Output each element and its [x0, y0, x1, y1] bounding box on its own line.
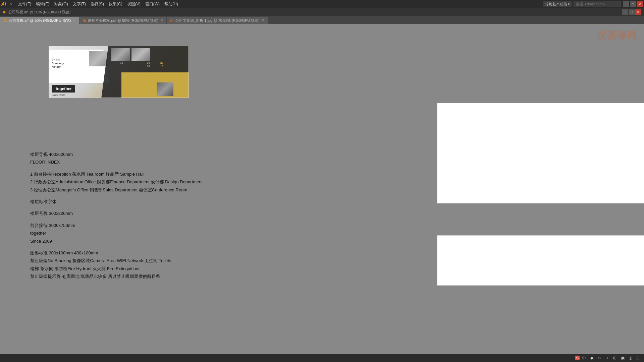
design-year-2017: 2017	[147, 75, 150, 81]
tab-3-close[interactable]: ✕	[262, 19, 264, 22]
title-text: Ai 公司导视.ai* @ 50% (RGB/GPU 预览)	[3, 10, 70, 15]
sougou-icon: S	[575, 356, 580, 360]
home-icon[interactable]: ⌂	[8, 1, 13, 7]
design-background: 公司历程 Company history 2020 2016 2015	[49, 46, 189, 98]
document-title: 公司导视.ai* @ 50% (RGB/GPU 预览)	[8, 10, 70, 15]
tab-1-close[interactable]: ✕	[73, 19, 75, 22]
status-bar: S 中 ◆ ☺ ♪ ⊞ ▣ ◫ ⊡	[0, 354, 644, 362]
design-gold-section	[121, 72, 189, 98]
design-photo-2	[111, 48, 130, 61]
title-bar: Ai 公司导视.ai* @ 50% (RGB/GPU 预览) － □ ✕	[0, 8, 644, 16]
floor-2-text: 2 行政办公室Administration Office 财务部Finance …	[30, 178, 203, 186]
title-maximize-btn[interactable]: □	[629, 9, 635, 15]
design-together-label: together	[52, 85, 75, 93]
settings-icon[interactable]: ▣	[619, 355, 626, 361]
since-label: Since 2009	[30, 237, 203, 245]
close-btn[interactable]: ✕	[637, 1, 643, 7]
floor-guide-title: 楼层导视 400x600mm	[30, 150, 203, 158]
menu-edit[interactable]: 编辑(E)	[34, 1, 51, 8]
signs-line3: 禁止吸烟提示牌 仓库重地 纸质品比较多 所以禁止吸烟要做的醒目些	[30, 273, 203, 280]
title-minimize-btn[interactable]: －	[622, 9, 628, 15]
tab-3-label: 公司文化墙_面板 1.jpg @ 70.59% (RGB/GPU 预览)	[175, 18, 260, 23]
menu-text[interactable]: 文字(T)	[71, 1, 88, 8]
floor-font-std: 楼层标准字体	[30, 198, 203, 205]
design-company-text: 公司历程 Company history	[52, 58, 64, 69]
menu-bar: Ai ⌂ 文件(F) 编辑(E) 对象(O) 文字(T) 选择(S) 效果(C)…	[0, 0, 644, 8]
ai-logo: Ai	[1, 1, 6, 7]
floor-3-text: 3 经理办公室Manager's Office 销售部Sales Departm…	[30, 186, 203, 194]
reception-size: 前台接待 3000x750mm	[30, 222, 203, 229]
menu-file[interactable]: 文件(F)	[16, 1, 33, 8]
design-year-2019: 2019	[160, 61, 163, 68]
menu-help[interactable]: 帮助(H)	[162, 1, 180, 8]
right-panel-bottom	[437, 235, 644, 286]
together-label: together	[30, 229, 203, 237]
title-window-controls: － □ ✕	[622, 9, 641, 15]
signs-line1: 禁止吸烟No Smoking 摄像区域Camera Area WIFI Netw…	[30, 257, 203, 264]
keyboard-icon[interactable]: ⊞	[611, 355, 618, 361]
floor-sign-size: 楼层号牌 300x300mm	[30, 209, 203, 217]
search-input[interactable]	[574, 1, 621, 7]
minimize-btn[interactable]: －	[623, 1, 629, 7]
tab-2-close[interactable]: ✕	[160, 19, 163, 22]
maximize-btn[interactable]: □	[630, 1, 636, 7]
traditional-btn[interactable]: 传统基本功能 ▾	[543, 1, 572, 7]
chinese-input-icon[interactable]: 中	[581, 355, 587, 361]
tab-3[interactable]: Ai 公司文化墙_面板 1.jpg @ 70.59% (RGB/GPU 预览) …	[167, 17, 268, 24]
tab-1-label: 公司导视.ai* @ 50% (RGB/GPU 预览)	[9, 18, 71, 23]
canvas-area: 公司历程 Company history 2020 2016 2015	[0, 24, 644, 362]
signs-line2: 楼梯 茶水间 消防栓Fire Hydrant 灭火器 Fire Extingui…	[30, 265, 203, 273]
tab-2-label: 课程片头模板.pdf @ 50% (RGB/GPU 预览)	[88, 18, 158, 23]
watermark: 优质课网	[597, 29, 637, 42]
emoji-icon[interactable]: ☺	[596, 355, 603, 361]
voice-icon[interactable]: ◆	[588, 355, 595, 361]
design-year-2020: 2020	[108, 49, 111, 55]
menu-select[interactable]: 选择(S)	[89, 1, 106, 8]
design-since-label: since 2009	[52, 94, 65, 97]
preview-inner: 公司历程 Company history 2020 2016 2015	[49, 46, 189, 98]
design-year-2018: 2018	[147, 61, 150, 68]
design-preview: 公司历程 Company history 2020 2016 2015	[49, 46, 189, 98]
floor-index-en: FLOOR INDEX	[30, 158, 203, 166]
tab-2[interactable]: Ai 课程片头模板.pdf @ 50% (RGB/GPU 预览) ✕	[79, 17, 167, 24]
menu-effect[interactable]: 效果(C)	[107, 1, 124, 8]
tab-bar: Ai 公司导视.ai* @ 50% (RGB/GPU 预览) ✕ Ai 课程片头…	[0, 16, 644, 24]
design-photo-3	[131, 48, 150, 61]
menu-view[interactable]: 视图(V)	[125, 1, 143, 8]
title-close-btn[interactable]: ✕	[635, 9, 641, 15]
design-year-2016: 2016	[108, 58, 111, 64]
tab-1[interactable]: Ai 公司导视.ai* @ 50% (RGB/GPU 预览) ✕	[0, 17, 79, 24]
graphic-std-title: 图形标准 300x100mm 400x100mm	[30, 249, 203, 257]
window-controls: － □ ✕	[623, 1, 643, 7]
text-content: 楼层导视 400x600mm FLOOR INDEX 1 前台接待Recepti…	[30, 150, 203, 280]
status-icons: S 中 ◆ ☺ ♪ ⊞ ▣ ◫ ⊡	[575, 355, 641, 361]
design-arrow: —	[103, 60, 107, 65]
options-icon[interactable]: ⊡	[635, 355, 641, 361]
ai-icon-small: Ai	[3, 10, 6, 14]
right-panel	[437, 103, 644, 203]
menu-window[interactable]: 窗口(W)	[143, 1, 162, 8]
design-photo-4	[157, 82, 173, 96]
floor-1-text: 1 前台接待Reception 茶水间 Tea room 样品厅 Sample …	[30, 170, 203, 178]
mic-icon[interactable]: ♪	[604, 355, 610, 361]
right-section: 传统基本功能 ▾ － □ ✕	[543, 0, 644, 8]
layout-icon[interactable]: ◫	[627, 355, 634, 361]
menu-object[interactable]: 对象(O)	[52, 1, 70, 8]
